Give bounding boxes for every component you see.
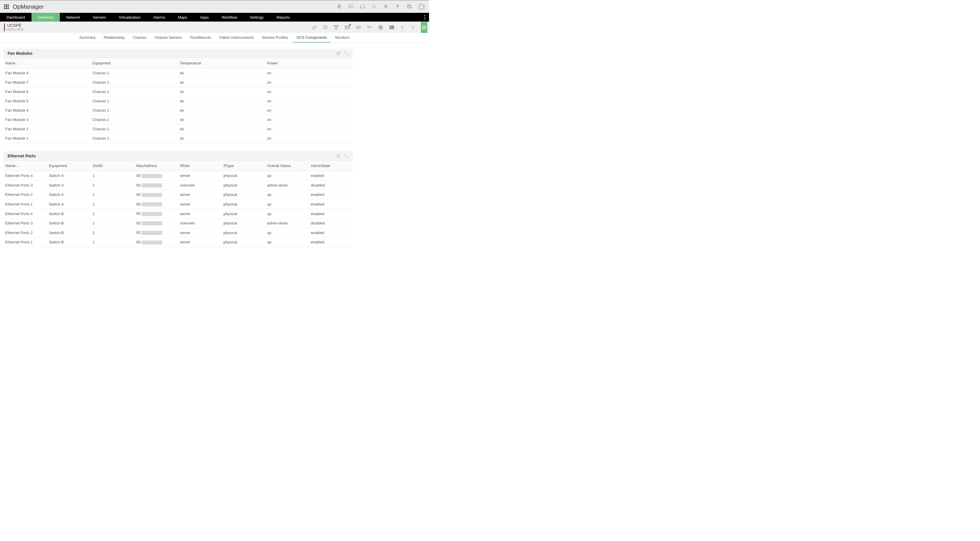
tab-service-profiles[interactable]: Service Profiles: [258, 33, 292, 43]
table-row[interactable]: Ethernet Ports 1Switch-A100:serverphysic…: [3, 199, 353, 209]
gear-icon[interactable]: [406, 4, 412, 10]
activity-icon[interactable]: [367, 24, 372, 30]
col-name[interactable]: Name▲: [3, 58, 91, 68]
apps-grid-icon[interactable]: [4, 5, 9, 9]
panel-title: Fan Modules: [8, 51, 33, 56]
cell-slot: 1: [91, 237, 134, 247]
col-admin[interactable]: AdminState: [309, 160, 353, 171]
cell-name: Ethernet Ports 3: [3, 218, 47, 228]
table-row[interactable]: Ethernet Ports 4Switch-B100:serverphysic…: [3, 209, 353, 219]
cell-admin: enabled: [309, 237, 353, 247]
nav-item-workflow[interactable]: Workflow: [215, 13, 243, 22]
col-power[interactable]: Power: [266, 58, 353, 68]
rocket-icon[interactable]: [336, 4, 342, 10]
plug-icon[interactable]: [395, 4, 401, 10]
nav-item-reports[interactable]: Reports: [270, 13, 296, 22]
tab-rackmounts[interactable]: RackMounts: [187, 33, 215, 43]
nav-item-apps[interactable]: Apps: [194, 13, 215, 22]
tab-chassis[interactable]: Chassis: [129, 33, 150, 43]
user-avatar[interactable]: [418, 3, 425, 10]
nav-more-icon[interactable]: [420, 13, 429, 22]
cell-iftype: physical: [222, 228, 266, 238]
refresh-icon[interactable]: [336, 154, 340, 158]
topbar: OpManager: [0, 0, 429, 13]
table-row[interactable]: Fan Module 7Chassis 1okon: [3, 78, 353, 87]
expand-icon[interactable]: [344, 51, 348, 56]
tab-chassis-servers[interactable]: Chassis Servers: [151, 33, 186, 43]
nav-item-servers[interactable]: Servers: [87, 13, 113, 22]
chart-icon[interactable]: [311, 24, 317, 30]
cell-ifrole: server: [178, 228, 222, 238]
cell-equipment: Chassis 1: [91, 68, 178, 78]
col-overall[interactable]: Overall Status: [266, 160, 309, 171]
link-icon[interactable]: [356, 24, 361, 30]
cell-status: up: [266, 199, 309, 209]
prev-icon[interactable]: [400, 25, 405, 30]
expand-icon[interactable]: [344, 154, 348, 158]
table-row[interactable]: Fan Module 6Chassis 1okon: [3, 87, 353, 97]
cell-name: Fan Module 6: [3, 87, 91, 97]
panel-header: Ethernet Ports: [3, 151, 353, 160]
cell-equipment: Chassis 1: [91, 106, 178, 115]
table-row[interactable]: Ethernet Ports 1Switch-B100:serverphysic…: [3, 237, 353, 247]
nav-item-maps[interactable]: Maps: [172, 13, 194, 22]
col-mac[interactable]: MacAddress: [134, 160, 178, 171]
col-equipment[interactable]: Equipment: [47, 160, 91, 171]
table-row[interactable]: Ethernet Ports 2Switch-A100:serverphysic…: [3, 190, 353, 200]
nav-item-dashboard[interactable]: Dashboard: [0, 13, 32, 22]
table-row[interactable]: Fan Module 1Chassis 1okon: [3, 134, 353, 143]
cell-equipment: Switch-B: [47, 209, 91, 219]
tab-monitors[interactable]: Monitors: [332, 33, 353, 43]
table-row[interactable]: Fan Module 3Chassis 1okon: [3, 115, 353, 124]
table-row[interactable]: Ethernet Ports 2Switch-B100:serverphysic…: [3, 228, 353, 238]
topology-icon[interactable]: [333, 24, 339, 30]
cell-status: up: [266, 171, 309, 181]
search-icon[interactable]: [371, 4, 377, 10]
col-ifrole[interactable]: IfRole: [178, 160, 222, 171]
col-slotid[interactable]: SlotID: [91, 160, 134, 171]
globe-icon[interactable]: [378, 24, 383, 30]
table-row[interactable]: Fan Module 5Chassis 1okon: [3, 97, 353, 106]
cell-mac: 00:: [134, 228, 178, 238]
tab-ucs-components[interactable]: UCS Components: [293, 33, 331, 43]
nav-item-settings[interactable]: Settings: [243, 13, 270, 22]
cell-slot: 1: [91, 209, 134, 219]
cell-iftype: physical: [222, 209, 266, 219]
table-row[interactable]: Ethernet Ports 4Switch-A100:serverphysic…: [3, 171, 353, 181]
cell-status: admin-down: [266, 181, 309, 190]
cell-mac: 00:: [134, 218, 178, 228]
cell-equipment: Chassis 1: [91, 78, 178, 87]
cell-mac: 00:: [134, 190, 178, 200]
tab-summary[interactable]: Summary: [76, 33, 99, 43]
table-row[interactable]: Ethernet Ports 3Switch-B100:unknownphysi…: [3, 218, 353, 228]
col-iftype[interactable]: IfType: [222, 160, 266, 171]
cell-ifrole: server: [178, 171, 222, 181]
topbar-actions: [336, 3, 425, 10]
table-row[interactable]: Ethernet Ports 3Switch-A100:unknownphysi…: [3, 181, 353, 190]
mail-icon[interactable]: [344, 24, 350, 30]
svg-rect-7: [345, 26, 350, 29]
terminal-icon[interactable]: [389, 24, 395, 30]
hamburger-icon[interactable]: [421, 22, 427, 33]
alarm-icon[interactable]: [322, 24, 328, 30]
cell-equipment: Switch-A: [47, 181, 91, 190]
nav-item-virtualization[interactable]: Virtualization: [113, 13, 147, 22]
presentation-icon[interactable]: [348, 4, 354, 10]
bell-icon[interactable]: [383, 4, 389, 10]
col-equipment[interactable]: Equipment: [91, 58, 178, 68]
headset-icon[interactable]: [360, 4, 366, 10]
table-row[interactable]: Fan Module 4Chassis 1okon: [3, 106, 353, 115]
refresh-icon[interactable]: [336, 51, 340, 56]
col-temperature[interactable]: Temperature: [178, 58, 266, 68]
cell-admin: enabled: [309, 190, 353, 200]
table-row[interactable]: Fan Module 8Chassis 1okon: [3, 68, 353, 78]
table-row[interactable]: Fan Module 2Chassis 1okon: [3, 124, 353, 134]
tab-relationship[interactable]: Relationship: [100, 33, 128, 43]
tab-fabric-interconnects[interactable]: Fabric Interconnects: [216, 33, 257, 43]
nav-item-inventory[interactable]: Inventory: [32, 13, 60, 22]
nav-item-network[interactable]: Network: [60, 13, 87, 22]
nav-item-alarms[interactable]: Alarms: [147, 13, 172, 22]
next-icon[interactable]: [410, 25, 415, 30]
cell-iftype: physical: [222, 199, 266, 209]
col-name[interactable]: Name▲: [3, 160, 47, 171]
